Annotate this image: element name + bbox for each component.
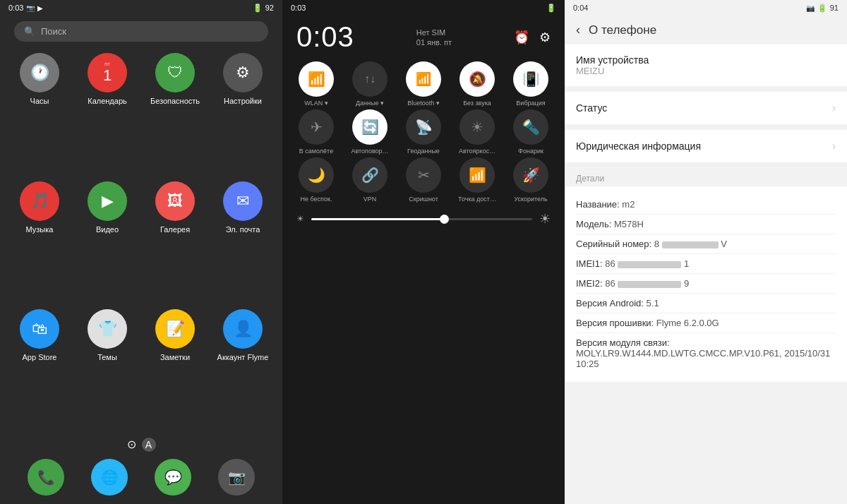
qs-tiles-grid: 📶 WLAN ▾ ↑↓ Данные ▾ 📶 Bluetooth ▾ 🔕 Без…: [282, 56, 565, 208]
dock-phone[interactable]: 📞: [28, 459, 64, 496]
appstore-icon: 🛍: [20, 309, 59, 349]
legal-row[interactable]: Юридическая информация ›: [565, 130, 847, 162]
quick-settings-panel: 0:03 🔋 0:03 Нет SIM 01 янв. пт ⏰ ⚙ 📶 WLA…: [282, 0, 565, 504]
app-item-music[interactable]: 🎵 Музыка: [8, 181, 71, 304]
alarm-icon[interactable]: ⏰: [514, 30, 529, 45]
hotspot-icon: 📶: [459, 157, 495, 193]
app-item-email[interactable]: ✉ Эл. почта: [212, 181, 274, 304]
themes-icon: 👕: [88, 309, 127, 349]
vpn-label: VPN: [364, 196, 377, 203]
app-item-appstore[interactable]: 🛍 App Store: [8, 309, 71, 432]
detail-firmware: Версия прошивки: Flyme 6.2.0.0G: [576, 313, 836, 333]
time-display: 0:03: [8, 4, 23, 12]
data-icon: ↑↓: [352, 61, 388, 97]
status-row[interactable]: Статус ›: [565, 92, 847, 124]
qs-tile-screenshot[interactable]: ✂ Скришнот: [398, 157, 449, 203]
about-photo-icon: 📷: [806, 4, 815, 12]
details-header: Детали: [565, 168, 847, 186]
brightness-min-icon: ☀: [296, 214, 304, 224]
brightness-bar[interactable]: [311, 218, 532, 220]
qs-tile-dnd[interactable]: 🌙 Не беспок.: [291, 157, 342, 203]
detail-imei1: IMEI1: 86 1: [576, 254, 836, 274]
clock-label: Часы: [30, 97, 49, 105]
dock-browser[interactable]: 🌐: [91, 459, 128, 496]
security-label: Безопасность: [150, 97, 200, 105]
flyme-icon: 👤: [223, 309, 263, 349]
status-bar-right: 🔋 92: [253, 4, 274, 13]
video-icon: ▶: [88, 181, 127, 221]
status-section: Статус ›: [565, 92, 847, 124]
about-time: 0:04: [573, 4, 588, 12]
serial-blurred: [662, 241, 719, 248]
qs-date: 01 янв. пт: [416, 38, 452, 47]
device-name-row[interactable]: Имя устройства MEIZU: [565, 44, 847, 86]
qs-tile-data[interactable]: ↑↓ Данные ▾: [344, 61, 395, 107]
qs-tile-airplane[interactable]: ✈ В самолёте: [291, 109, 342, 155]
dock-camera[interactable]: 📷: [218, 459, 255, 496]
qs-tile-vibration[interactable]: 📳 Вибрация: [505, 61, 556, 107]
device-name-section: Имя устройства MEIZU: [565, 44, 847, 86]
search-icon: 🔍: [24, 26, 35, 37]
gallery-icon: 🖼: [155, 181, 195, 221]
themes-label: Темы: [97, 353, 117, 361]
wlan-label: WLAN ▾: [304, 100, 328, 107]
detail-serial: Серийный номер: 8 V: [576, 234, 836, 254]
legal-section: Юридическая информация ›: [565, 130, 847, 162]
brightness-control: ☀ ☀: [282, 208, 565, 229]
dock-row: 📞 🌐 💬 📷: [0, 459, 282, 496]
notes-label: Заметки: [160, 353, 190, 361]
dnd-label: Не беспок.: [301, 196, 332, 203]
app-item-clock[interactable]: 🕐 Часы: [8, 53, 71, 176]
app-item-notes[interactable]: 📝 Заметки: [144, 309, 206, 432]
brightness-thumb[interactable]: [440, 215, 449, 224]
qs-tile-geodata[interactable]: 📡 Геоданные: [398, 109, 449, 155]
detail-modem-label: Версия модуля связи:: [576, 337, 836, 348]
calendar-icon: пт 1: [88, 53, 127, 92]
video-label: Видео: [96, 225, 119, 234]
qs-tile-booster[interactable]: 🚀 Ускоритель: [505, 157, 556, 203]
autorotate-icon: 🔄: [352, 109, 388, 145]
vibration-icon: 📳: [513, 61, 548, 97]
app-item-security[interactable]: 🛡 Безопасность: [144, 53, 206, 176]
qs-tile-vpn[interactable]: 🔗 VPN: [344, 157, 395, 203]
email-label: Эл. почта: [226, 225, 260, 234]
app-item-themes[interactable]: 👕 Темы: [76, 309, 138, 432]
app-item-gallery[interactable]: 🖼 Галерея: [144, 181, 206, 304]
qs-tile-wlan[interactable]: 📶 WLAN ▾: [291, 61, 342, 107]
back-icon[interactable]: ‹: [576, 23, 580, 37]
imei2-blurred: [618, 281, 681, 288]
qs-date-sim: Нет SIM 01 янв. пт: [416, 28, 452, 47]
about-status-bar: 0:04 📷 🔋 91: [565, 0, 847, 16]
search-bar[interactable]: 🔍 Поиск: [14, 21, 268, 42]
app-item-flyme[interactable]: 👤 Аккаунт Flyme: [212, 309, 274, 432]
qs-tile-autobrightness[interactable]: ☀ Автояркос…: [452, 109, 503, 155]
app-grid: 🕐 Часы пт 1 Календарь 🛡 Безопасность ⚙ Н…: [0, 53, 282, 432]
flyme-label: Аккаунт Flyme: [217, 353, 269, 361]
app-item-calendar[interactable]: пт 1 Календарь: [76, 53, 138, 176]
security-icon: 🛡: [155, 53, 195, 92]
silent-icon: 🔕: [459, 61, 495, 97]
qs-tile-autorotate[interactable]: 🔄 Автоповор…: [344, 109, 395, 155]
appstore-label: App Store: [23, 353, 57, 361]
home-status-bar: 0:03 📷 ▶ 🔋 92: [0, 0, 282, 16]
qs-settings-icon[interactable]: ⚙: [539, 30, 551, 45]
autorotate-label: Автоповор…: [351, 148, 388, 155]
qs-tile-flashlight[interactable]: 🔦 Фонарик: [505, 109, 556, 155]
dock-messenger[interactable]: 💬: [155, 459, 191, 496]
app-item-video[interactable]: ▶ Видео: [76, 181, 138, 304]
qs-header: 0:03 Нет SIM 01 янв. пт ⏰ ⚙: [282, 16, 565, 56]
settings-label: Настройки: [224, 97, 262, 105]
qs-tile-bluetooth[interactable]: 📶 Bluetooth ▾: [398, 61, 449, 107]
app-item-settings[interactable]: ⚙ Настройки: [212, 53, 274, 176]
search-placeholder: Поиск: [41, 26, 66, 37]
autobrightness-icon: ☀: [459, 109, 495, 145]
qs-tile-hotspot[interactable]: 📶 Точка дост…: [452, 157, 503, 203]
qs-header-actions: ⏰ ⚙: [514, 30, 551, 45]
settings-icon: ⚙: [223, 53, 263, 92]
about-content: Имя устройства MEIZU Статус › Юридическа…: [565, 44, 847, 504]
about-battery-body: 🔋: [817, 4, 827, 13]
vibration-label: Вибрация: [516, 100, 545, 107]
detail-modem-value: MOLY.LR9.W1444.MD.LWTG.CMCC.MP.V10.P61, …: [576, 348, 836, 369]
qs-tile-silent[interactable]: 🔕 Без звука: [452, 61, 503, 107]
silent-label: Без звука: [463, 100, 491, 107]
